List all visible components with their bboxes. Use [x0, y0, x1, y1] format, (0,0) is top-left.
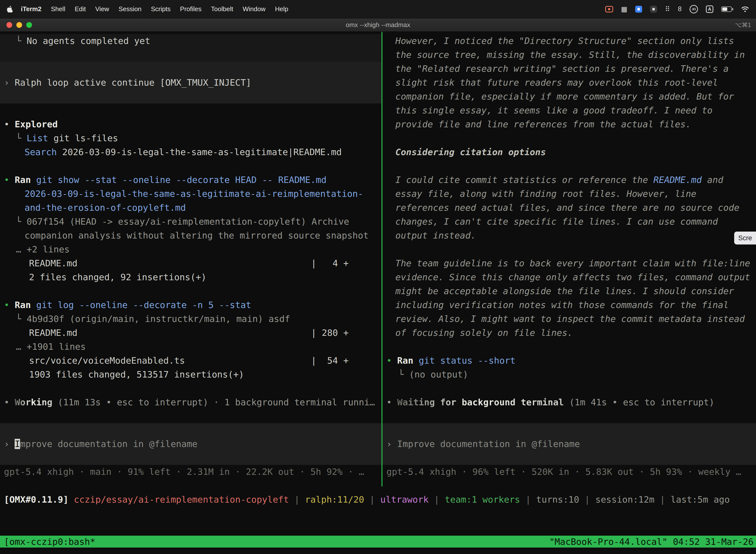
menu-bar: iTerm2 ShellEditViewSessionScriptsProfil…	[0, 0, 756, 18]
menu-item[interactable]: Profiles	[175, 5, 206, 13]
window-controls	[6, 22, 32, 28]
terminal-line: 2 files changed, 92 insertions(+)	[0, 270, 381, 284]
menu-item[interactable]: Toolbelt	[206, 5, 238, 13]
battery-icon[interactable]	[721, 6, 733, 12]
reasoning-heading: Considering citation options	[382, 145, 756, 159]
terminal-line	[0, 423, 381, 437]
terminal-line: … +2 lines	[0, 242, 381, 257]
omx-status-line: [OMX#0.11.9] cczip/essay/ai-reimplementa…	[0, 493, 756, 507]
terminal-line	[0, 62, 381, 76]
terminal-line	[382, 340, 756, 354]
terminal-line	[382, 423, 756, 437]
stats-menu-icon[interactable]: 8	[678, 5, 682, 13]
terminal-line	[382, 451, 756, 465]
terminal-line: README.md| 4 +	[0, 257, 381, 270]
tmux-panes: └ No agents completed yet› Ralph loop ac…	[0, 32, 756, 487]
terminal-line: companion file, especially if more comme…	[382, 90, 756, 104]
terminal-line	[382, 409, 756, 423]
grid-app-icon[interactable]: ▦	[621, 5, 628, 13]
tmux-host-clock-label: "MacBook-Pro-44.local" 04:52 31-Mar-26	[549, 537, 754, 547]
prompt-input[interactable]: › Improve documentation in @filename	[382, 437, 756, 451]
model-status-line: gpt-5.4 xhigh · 96% left · 520K in · 5.8…	[382, 465, 756, 479]
screen-recording-indicator-icon[interactable]	[605, 6, 613, 12]
terminal-line: output instead.	[382, 229, 756, 242]
prompt-input[interactable]: › Improve documentation in @filename	[0, 437, 381, 451]
terminal-line: 1903 files changed, 513517 insertions(+)	[0, 368, 381, 382]
blue-app-icon[interactable]	[635, 6, 642, 13]
terminal-line	[0, 104, 381, 117]
terminal-line: … +1901 lines	[0, 340, 381, 354]
input-source-icon[interactable]: A	[706, 5, 713, 13]
terminal-line: might be acceptable alongside the file l…	[382, 284, 756, 298]
menu-item[interactable]: View	[90, 5, 114, 13]
terminal-line: this single essay, it seems like a good …	[382, 104, 756, 117]
terminal-line: └ No agents completed yet	[0, 34, 381, 48]
terminal-line: └ 067f154 (HEAD -> essay/ai-reimplementa…	[0, 215, 381, 229]
menu-item[interactable]: Shell	[46, 5, 70, 13]
dots-grid-icon[interactable]: ⠿	[665, 5, 670, 13]
terminal-line: provide file and line references from th…	[382, 117, 756, 131]
terminal-line: slight risk that future readers may over…	[382, 76, 756, 90]
terminal-line	[0, 48, 381, 62]
window-title: omx --xhigh --madmax	[346, 21, 410, 29]
terminal-line	[0, 382, 381, 395]
terminal-line: └ (no output)	[382, 368, 756, 382]
terminal-window: └ No agents completed yet› Ralph loop ac…	[0, 32, 756, 554]
terminal-line: review. Also, I might want to inspect th…	[382, 312, 756, 326]
terminal-line	[382, 131, 756, 145]
minimize-window-button[interactable]	[16, 22, 22, 28]
terminal-line: the source tree, missing the essay. Stil…	[382, 48, 756, 62]
terminal-line: └ List git ls-files	[0, 131, 381, 145]
terminal-line: and-the-erosion-of-copyleft.md	[0, 201, 381, 215]
tmux-session-label: [omx-cczip0:bash*	[4, 537, 95, 547]
terminal-line: 2026-03-09-is-legal-the-same-as-legitima…	[0, 187, 381, 201]
terminal-line: • Waiting for background terminal (1m 41…	[382, 395, 756, 409]
menu-item-app[interactable]: iTerm2	[16, 5, 46, 13]
menu-bar-left: iTerm2 ShellEditViewSessionScriptsProfil…	[7, 5, 293, 13]
terminal-line: • Explored	[0, 117, 381, 131]
terminal-line: However, I noticed the "Directory Struct…	[382, 34, 756, 48]
window-title-bar[interactable]: omx --xhigh --madmax ⌥⌘1	[0, 18, 756, 32]
terminal-line: I could cite commit statistics or refere…	[382, 173, 756, 187]
terminal-line	[0, 284, 381, 298]
menu-item[interactable]: Edit	[70, 5, 90, 13]
terminal-line: Search 2026-03-09-is-legal-the-same-as-l…	[0, 145, 381, 159]
terminal-line	[0, 90, 381, 104]
terminal-line: evidence. Since this change only affects…	[382, 270, 756, 284]
tmux-status-bar: [omx-cczip0:bash* "MacBook-Pro-44.local"…	[0, 536, 756, 548]
terminal-line	[0, 451, 381, 465]
terminal-line	[382, 382, 756, 395]
battery-percent-icon[interactable]: .61	[690, 5, 698, 13]
omx-session-status: [OMX#0.11.9] cczip/essay/ai-reimplementa…	[0, 493, 756, 507]
terminal-line: references need actual files, and since …	[382, 201, 756, 215]
terminal-line: src/voice/voiceModeEnabled.ts| 54 +	[0, 354, 381, 368]
terminal-line	[382, 242, 756, 257]
terminal-line: companion analysis without altering the …	[0, 229, 381, 242]
menu-item[interactable]: Window	[238, 5, 270, 13]
left-terminal-pane[interactable]: └ No agents completed yet› Ralph loop ac…	[0, 32, 381, 487]
terminal-line: • Ran git show --stat --oneline --decora…	[0, 173, 381, 187]
close-window-button[interactable]	[6, 22, 12, 28]
terminal-line: • Ran git log --oneline --decorate -n 5 …	[0, 298, 381, 312]
menu-item[interactable]: Session	[114, 5, 146, 13]
zoom-window-button[interactable]	[26, 22, 32, 28]
terminal-line: The team guideline is to back every impo…	[382, 257, 756, 270]
terminal-line: └ 4b9d30f (origin/main, instructkr/main,…	[0, 312, 381, 326]
apple-menu-icon[interactable]	[7, 6, 13, 12]
screen-share-edge-button[interactable]: Scre	[734, 232, 756, 244]
menu-items: ShellEditViewSessionScriptsProfilesToolb…	[46, 5, 293, 13]
menu-item[interactable]: Scripts	[146, 5, 175, 13]
tab-shortcut-label: ⌥⌘1	[735, 21, 751, 29]
model-status-line: gpt-5.4 xhigh · main · 91% left · 2.31M …	[0, 465, 381, 479]
terminal-line: • Ran git status --short	[382, 354, 756, 368]
terminal-line	[0, 159, 381, 173]
terminal-line	[0, 409, 381, 423]
right-terminal-pane[interactable]: However, I noticed the "Directory Struct…	[382, 32, 756, 487]
dark-app-icon[interactable]	[650, 6, 657, 13]
terminal-line: the "Related research writing" section i…	[382, 62, 756, 76]
wifi-icon[interactable]	[741, 6, 749, 12]
terminal-line: • Working (11m 13s • esc to interrupt) ·…	[0, 395, 381, 409]
menu-item[interactable]: Help	[270, 5, 293, 13]
terminal-line: of focusing solely on file lines.	[382, 326, 756, 340]
terminal-line: including verification notes with those …	[382, 298, 756, 312]
